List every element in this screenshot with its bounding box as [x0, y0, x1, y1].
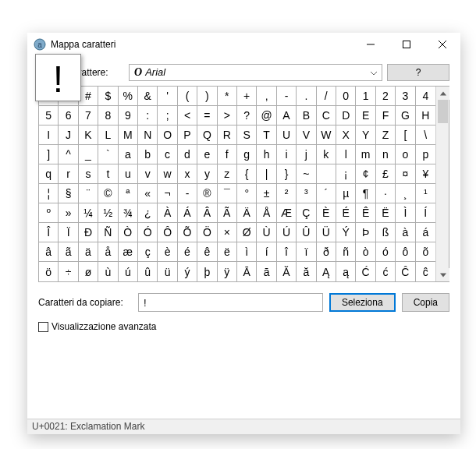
char-cell[interactable]: +	[237, 87, 257, 106]
char-cell[interactable]: <	[178, 106, 197, 126]
char-cell[interactable]: d	[178, 145, 197, 164]
char-cell[interactable]: ÷	[59, 262, 78, 281]
char-cell[interactable]: Ò	[119, 223, 138, 242]
char-cell[interactable]: °	[237, 184, 257, 203]
char-cell[interactable]: ô	[396, 242, 415, 262]
char-cell[interactable]: N	[138, 126, 158, 145]
char-cell[interactable]: Û	[297, 223, 316, 242]
char-cell[interactable]: Á	[178, 203, 197, 223]
char-cell[interactable]: m	[356, 145, 375, 164]
char-cell[interactable]: 1	[356, 87, 375, 106]
char-cell[interactable]: *	[218, 87, 237, 106]
char-cell[interactable]: Í	[416, 203, 435, 223]
char-cell[interactable]: ú	[119, 262, 138, 281]
char-cell[interactable]: 9	[119, 106, 138, 126]
char-cell[interactable]: %	[119, 87, 138, 106]
char-cell[interactable]: ·	[376, 184, 396, 203]
char-cell[interactable]: µ	[336, 184, 356, 203]
char-cell[interactable]: Ç	[297, 203, 316, 223]
char-cell[interactable]: =	[197, 106, 217, 126]
help-button[interactable]: ?	[387, 64, 449, 81]
char-cell[interactable]: u	[119, 164, 138, 184]
char-cell[interactable]: P	[178, 126, 197, 145]
copy-input[interactable]	[138, 293, 323, 312]
advanced-view-checkbox[interactable]	[38, 322, 48, 332]
char-cell[interactable]: 8	[98, 106, 118, 126]
char-cell[interactable]: õ	[416, 242, 435, 262]
char-cell[interactable]: Ý	[336, 223, 356, 242]
char-cell[interactable]: Ĉ	[396, 262, 415, 281]
char-cell[interactable]: ¢	[356, 164, 375, 184]
char-cell[interactable]: ć	[376, 262, 396, 281]
char-cell[interactable]: º	[39, 203, 59, 223]
char-cell[interactable]: h	[257, 145, 276, 164]
char-cell[interactable]: ²	[277, 184, 297, 203]
char-cell[interactable]: {	[237, 164, 257, 184]
char-cell[interactable]: ¬	[158, 184, 177, 203]
char-cell[interactable]: &	[138, 87, 158, 106]
char-cell[interactable]: 6	[59, 106, 78, 126]
char-cell[interactable]: -	[178, 184, 197, 203]
char-cell[interactable]: Y	[356, 126, 375, 145]
char-cell[interactable]: ë	[218, 242, 237, 262]
char-cell[interactable]: r	[59, 164, 78, 184]
char-cell[interactable]: V	[297, 126, 316, 145]
char-cell[interactable]: f	[218, 145, 237, 164]
scroll-down-button[interactable]	[436, 268, 449, 281]
char-cell[interactable]: Ñ	[98, 223, 118, 242]
char-cell[interactable]: ª	[119, 184, 138, 203]
char-cell[interactable]: o	[396, 145, 415, 164]
char-cell[interactable]: á	[416, 223, 435, 242]
char-cell[interactable]: U	[277, 126, 297, 145]
char-cell[interactable]: ¦	[39, 184, 59, 203]
char-cell[interactable]: ß	[376, 223, 396, 242]
char-cell[interactable]: Î	[39, 223, 59, 242]
char-cell[interactable]: Õ	[178, 223, 197, 242]
char-cell[interactable]: q	[39, 164, 59, 184]
char-cell[interactable]: E	[356, 106, 375, 126]
char-cell[interactable]: ¯	[218, 184, 237, 203]
char-cell[interactable]: Æ	[277, 203, 297, 223]
char-cell[interactable]: ,	[257, 87, 276, 106]
char-cell[interactable]: w	[158, 164, 177, 184]
char-cell[interactable]: T	[257, 126, 276, 145]
char-cell[interactable]: ³	[297, 184, 316, 203]
char-cell[interactable]: \	[416, 126, 435, 145]
char-cell[interactable]: ©	[98, 184, 118, 203]
char-cell[interactable]: 7	[79, 106, 98, 126]
char-cell[interactable]: b	[138, 145, 158, 164]
char-cell[interactable]: ´	[317, 184, 336, 203]
char-cell[interactable]: s	[79, 164, 98, 184]
char-cell[interactable]: k	[317, 145, 336, 164]
char-cell[interactable]: W	[317, 126, 336, 145]
char-cell[interactable]: ÿ	[218, 262, 237, 281]
char-cell[interactable]: ù	[98, 262, 118, 281]
close-button[interactable]	[424, 33, 460, 56]
char-cell[interactable]: O	[158, 126, 177, 145]
char-cell[interactable]: @	[257, 106, 276, 126]
char-cell[interactable]: §	[59, 184, 78, 203]
char-cell[interactable]: x	[178, 164, 197, 184]
char-cell[interactable]: Ô	[158, 223, 177, 242]
char-cell[interactable]: â	[39, 242, 59, 262]
char-cell[interactable]: j	[297, 145, 316, 164]
font-select[interactable]: OArial	[129, 64, 382, 81]
char-cell[interactable]: g	[237, 145, 257, 164]
char-cell[interactable]: Ú	[277, 223, 297, 242]
char-cell[interactable]: ā	[257, 262, 276, 281]
char-cell[interactable]: 3	[396, 87, 415, 106]
char-cell[interactable]: Ê	[356, 203, 375, 223]
char-cell[interactable]: ü	[158, 262, 177, 281]
char-cell[interactable]: à	[396, 223, 415, 242]
char-cell[interactable]: >	[218, 106, 237, 126]
char-cell[interactable]: ~	[297, 164, 316, 184]
char-cell[interactable]: B	[297, 106, 316, 126]
char-cell[interactable]: M	[119, 126, 138, 145]
char-cell[interactable]: æ	[119, 242, 138, 262]
char-cell[interactable]: X	[336, 126, 356, 145]
char-cell[interactable]: ï	[297, 242, 316, 262]
char-cell[interactable]: ^	[59, 145, 78, 164]
char-cell[interactable]: Ì	[396, 203, 415, 223]
char-cell[interactable]: Q	[197, 126, 217, 145]
scroll-up-button[interactable]	[436, 87, 449, 100]
